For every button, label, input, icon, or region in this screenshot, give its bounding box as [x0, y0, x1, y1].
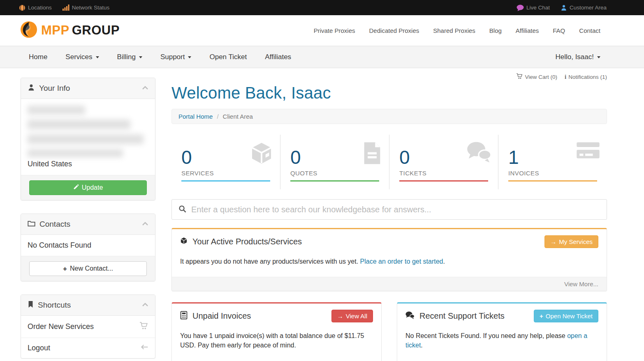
chevron-up-icon: [142, 301, 148, 309]
header-nav-dedicated-proxies[interactable]: Dedicated Proxies: [369, 27, 419, 34]
arrow-right-icon: →: [550, 239, 556, 245]
logo[interactable]: MPPGROUP: [20, 21, 120, 40]
chat-bubbles-icon: [405, 311, 415, 321]
sidebar: Your Info United States: [21, 68, 155, 361]
update-button[interactable]: Update: [29, 180, 147, 195]
chevron-down-icon: [96, 56, 99, 58]
nav-billing[interactable]: Billing: [117, 53, 142, 61]
user-greeting-menu[interactable]: Hello, Isaac!: [555, 53, 600, 61]
arrow-left-icon: [140, 344, 148, 352]
bookmark-icon: [28, 301, 34, 310]
view-cart-link[interactable]: View Cart (0): [516, 73, 558, 80]
main-content: View Cart (0) i Notifications (1) Welcom…: [171, 68, 607, 361]
header-nav-contact[interactable]: Contact: [579, 27, 600, 34]
contacts-header[interactable]: Contacts: [21, 214, 155, 235]
logo-mpp-text: MPP: [41, 23, 69, 37]
unpaid-invoices-panel: Unpaid Invoices → View All You have 1 un…: [171, 302, 382, 361]
live-chat-link[interactable]: Live Chat: [517, 5, 550, 11]
breadcrumb-client-area: Client Area: [223, 113, 253, 120]
chat-bubble-icon: [517, 5, 524, 11]
my-services-button[interactable]: → My Services: [544, 235, 598, 248]
topbar: Locations Network Status Live Chat Custo…: [0, 0, 644, 15]
pencil-icon: [73, 184, 79, 191]
plus-icon: +: [63, 265, 67, 272]
credit-card-icon: [576, 141, 600, 161]
customer-area-link[interactable]: Customer Area: [561, 5, 607, 11]
header-nav-private-proxies[interactable]: Private Proxies: [314, 27, 355, 34]
cart-icon: [139, 322, 148, 332]
utility-row: View Cart (0) i Notifications (1): [171, 73, 607, 80]
cube-icon: [250, 141, 273, 167]
breadcrumb: Portal Home / Client Area: [171, 109, 607, 124]
country-label: United States: [28, 160, 148, 168]
shortcuts-panel: Shortcuts Order New Services Logout: [21, 294, 155, 359]
nav-support[interactable]: Support: [160, 53, 192, 61]
arrow-right-icon: →: [337, 313, 343, 319]
file-icon: [362, 141, 382, 167]
folder-icon: [28, 220, 35, 228]
stat-tile-quotes[interactable]: 0 QUOTES: [280, 135, 389, 189]
your-info-header[interactable]: Your Info: [21, 78, 155, 99]
panel-title: Unpaid Invoices: [192, 311, 251, 321]
panel-title: Your Active Products/Services: [192, 237, 302, 246]
stat-tile-tickets[interactable]: 0 TICKETS: [389, 135, 498, 189]
no-products-message: It appears you do not have any products/…: [180, 258, 358, 265]
person-icon: [561, 5, 567, 11]
breadcrumb-separator: /: [217, 113, 218, 120]
signal-bars-icon: [63, 5, 69, 11]
chat-bubbles-icon: [467, 141, 491, 164]
page-title: Welcome Back, Isaac: [171, 84, 607, 102]
your-info-panel: Your Info United States: [21, 78, 155, 200]
nav-home[interactable]: Home: [29, 53, 47, 61]
locations-link[interactable]: Locations: [19, 5, 52, 11]
main-nav: Home Services Billing Support Open Ticke…: [0, 46, 644, 68]
box-icon: [180, 237, 188, 247]
search-icon: [178, 205, 186, 214]
panel-title: Recent Support Tickets: [419, 311, 505, 321]
recent-tickets-panel: Recent Support Tickets + Open New Ticket…: [397, 302, 607, 361]
info-icon: i: [565, 74, 566, 80]
header-nav-shared-proxies[interactable]: Shared Proxies: [433, 27, 475, 34]
logo-flame-icon: [20, 21, 38, 40]
site-header: MPPGROUP Private Proxies Dedicated Proxi…: [0, 15, 644, 46]
order-new-services-link[interactable]: Order New Services: [21, 316, 155, 338]
view-more-link[interactable]: View More...: [564, 281, 598, 287]
place-order-link[interactable]: Place an order to get started: [360, 258, 443, 265]
shortcuts-header[interactable]: Shortcuts: [21, 295, 155, 316]
knowledgebase-search: [171, 199, 607, 220]
stat-tile-invoices[interactable]: 1 INVOICES: [498, 135, 607, 189]
header-nav: Private Proxies Dedicated Proxies Shared…: [314, 27, 600, 34]
plus-icon: +: [540, 313, 543, 319]
no-contacts-message: No Contacts Found: [21, 235, 155, 256]
header-nav-blog[interactable]: Blog: [489, 27, 502, 34]
chevron-down-icon: [139, 56, 142, 58]
open-new-ticket-button[interactable]: + Open New Ticket: [534, 310, 598, 322]
stats-row: 0 SERVICES 0 QUOTES 0 TICKETS: [171, 135, 607, 189]
active-products-panel: Your Active Products/Services → My Servi…: [171, 228, 607, 291]
your-info-body: United States: [21, 99, 155, 175]
logout-link[interactable]: Logout: [21, 338, 155, 358]
search-input[interactable]: [191, 205, 600, 214]
unpaid-invoices-message: You have 1 unpaid invoice(s) with a tota…: [180, 332, 364, 349]
no-tickets-message: No Recent Tickets Found. If you need any…: [405, 332, 565, 339]
nav-services[interactable]: Services: [65, 53, 99, 61]
network-status-link[interactable]: Network Status: [63, 5, 110, 11]
logo-group-text: GROUP: [72, 23, 120, 37]
header-nav-faq[interactable]: FAQ: [553, 27, 565, 34]
nav-open-ticket[interactable]: Open Ticket: [209, 53, 247, 61]
chevron-down-icon: [188, 56, 191, 58]
calculator-icon: [180, 311, 188, 322]
person-icon: [28, 84, 35, 93]
chevron-up-icon: [142, 221, 148, 228]
new-contact-button[interactable]: + New Contact...: [29, 261, 147, 276]
contacts-panel: Contacts No Contacts Found + New Contact…: [21, 214, 155, 281]
nav-affiliates[interactable]: Affiliates: [265, 53, 291, 61]
stat-tile-services[interactable]: 0 SERVICES: [171, 135, 280, 189]
chevron-up-icon: [142, 85, 148, 92]
chevron-down-icon: [597, 56, 600, 58]
redacted-address: [28, 106, 148, 157]
notifications-link[interactable]: i Notifications (1): [565, 74, 607, 80]
header-nav-affiliates[interactable]: Affiliates: [516, 27, 539, 34]
breadcrumb-portal-home[interactable]: Portal Home: [178, 113, 213, 120]
view-all-invoices-button[interactable]: → View All: [331, 310, 373, 322]
